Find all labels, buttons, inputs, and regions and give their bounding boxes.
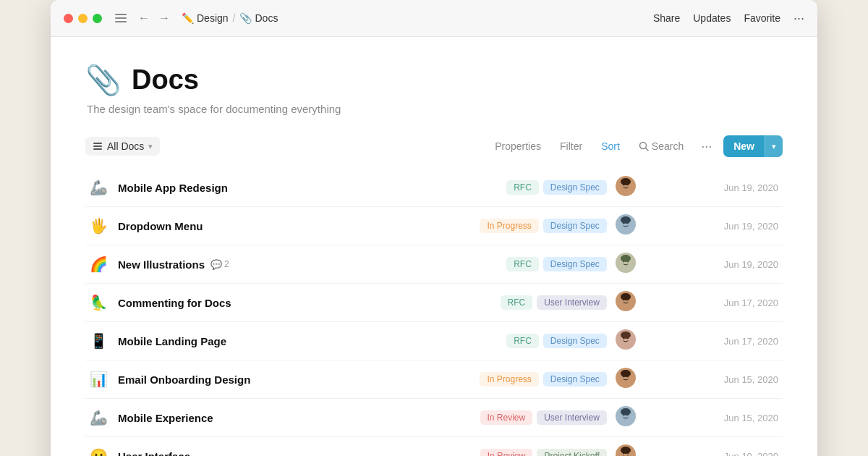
- status-badge: In Progress: [480, 372, 538, 387]
- doc-name: Mobile Experience: [118, 412, 419, 424]
- filter-button[interactable]: Filter: [554, 137, 588, 156]
- status-badge: In Review: [480, 410, 533, 425]
- doc-icon-cell: 🖐️: [85, 207, 114, 245]
- properties-button[interactable]: Properties: [489, 137, 547, 156]
- date-cell: Jun 10, 2020: [640, 437, 783, 457]
- table-row[interactable]: 🦾 Mobile Experience In Review User Inter…: [85, 399, 783, 437]
- doc-name-cell[interactable]: Mobile App Redesign: [114, 169, 423, 207]
- avatar-cell: [611, 284, 640, 322]
- table-row[interactable]: 🦜 Commenting for Docs RFC User Interview: [85, 284, 783, 322]
- comment-icon: 💬: [210, 259, 222, 270]
- doc-icon-cell: 📱: [85, 322, 114, 360]
- doc-emoji-icon: 📱: [90, 333, 109, 349]
- doc-name-cell[interactable]: Email Onboarding Design: [114, 360, 423, 399]
- doc-name-cell[interactable]: Mobile Landing Page: [114, 322, 423, 360]
- avatar: [616, 291, 636, 311]
- page-icon: 📎: [85, 63, 122, 97]
- svg-point-39: [621, 408, 631, 415]
- doc-date: Jun 19, 2020: [724, 221, 778, 232]
- doc-type-badge: Design Spec: [543, 372, 607, 387]
- svg-point-29: [621, 332, 631, 339]
- minimize-button[interactable]: [78, 14, 88, 23]
- close-button[interactable]: [64, 14, 73, 23]
- doc-emoji-icon: 😶: [90, 448, 109, 456]
- avatar: [616, 368, 636, 388]
- breadcrumb-separator: /: [233, 12, 236, 24]
- doc-name-cell[interactable]: Dropdown Menu: [114, 207, 423, 245]
- tags-cell: In Review Project Kickoff: [423, 437, 611, 457]
- docs-table: 🦾 Mobile App Redesign RFC Design Spec: [85, 169, 783, 456]
- doc-date: Jun 19, 2020: [724, 182, 778, 193]
- favorite-button[interactable]: Favorite: [744, 12, 780, 24]
- status-badge: RFC: [506, 257, 539, 271]
- titlebar: ← → ✏️ Design / 📎 Docs Share Updates Fav…: [51, 0, 817, 37]
- tags-cell: RFC Design Spec: [423, 322, 611, 360]
- search-icon: [639, 141, 649, 151]
- avatar-cell: [611, 360, 640, 399]
- doc-name-cell[interactable]: Commenting for Docs: [114, 284, 423, 322]
- tags-cell: In Progress Design Spec: [423, 207, 611, 245]
- doc-name: Dropdown Menu: [118, 220, 419, 232]
- status-badge: RFC: [506, 334, 539, 348]
- doc-type-badge: Design Spec: [543, 334, 607, 348]
- updates-button[interactable]: Updates: [693, 12, 731, 24]
- avatar-cell: [611, 169, 640, 207]
- forward-button[interactable]: →: [156, 10, 173, 26]
- toolbar-more-button[interactable]: ···: [697, 137, 716, 156]
- table-row[interactable]: 🌈 New Illustrations 💬 2 RFC Design Spec: [85, 245, 783, 284]
- date-cell: Jun 19, 2020: [640, 207, 783, 245]
- list-view-icon: [93, 141, 103, 151]
- breadcrumb-design-label: Design: [197, 12, 229, 24]
- search-label: Search: [652, 140, 684, 152]
- breadcrumb-design[interactable]: ✏️ Design: [182, 12, 229, 24]
- search-button[interactable]: Search: [633, 137, 689, 156]
- doc-name-cell[interactable]: New Illustrations 💬 2: [114, 245, 423, 284]
- table-row[interactable]: 🦾 Mobile App Redesign RFC Design Spec: [85, 169, 783, 207]
- back-button[interactable]: ←: [135, 10, 153, 26]
- maximize-button[interactable]: [93, 14, 102, 23]
- view-selector-button[interactable]: All Docs ▾: [85, 137, 160, 156]
- table-row[interactable]: 📱 Mobile Landing Page RFC Design Spec: [85, 322, 783, 360]
- avatar: [616, 329, 636, 350]
- doc-type-badge: Design Spec: [543, 219, 607, 233]
- doc-name: New Illustrations 💬 2: [118, 258, 419, 271]
- doc-emoji-icon: 🦾: [90, 410, 109, 426]
- avatar: [616, 253, 636, 273]
- date-cell: Jun 15, 2020: [640, 360, 783, 399]
- tags-cell: In Progress Design Spec: [423, 360, 611, 399]
- doc-name: Mobile App Redesign: [118, 182, 419, 194]
- more-options-button[interactable]: ···: [793, 11, 804, 26]
- tags-cell: RFC User Interview: [423, 284, 611, 322]
- nav-arrows: ← →: [135, 10, 173, 26]
- breadcrumb-docs[interactable]: 📎 Docs: [239, 12, 278, 24]
- svg-rect-1: [93, 145, 102, 147]
- sort-button[interactable]: Sort: [595, 137, 626, 156]
- comment-count: 💬 2: [210, 259, 229, 270]
- doc-emoji-icon: 📊: [90, 371, 109, 387]
- titlebar-actions: Share Updates Favorite ···: [653, 11, 804, 26]
- page-header: 📎 Docs The design team's space for docum…: [85, 63, 783, 115]
- doc-type-badge: User Interview: [537, 410, 607, 425]
- page-title-row: 📎 Docs: [85, 63, 783, 97]
- new-doc-button[interactable]: New: [723, 135, 765, 157]
- main-content: 📎 Docs The design team's space for docum…: [51, 37, 817, 456]
- date-cell: Jun 17, 2020: [640, 322, 783, 360]
- doc-name-cell[interactable]: Mobile Experience: [114, 399, 423, 437]
- status-badge: In Progress: [480, 219, 538, 233]
- status-badge: RFC: [501, 295, 533, 310]
- table-row[interactable]: 😶 User Interface In Review Project Kicko…: [85, 437, 783, 457]
- svg-point-9: [621, 178, 631, 185]
- doc-emoji-icon: 🦾: [90, 180, 109, 195]
- table-row[interactable]: 🖐️ Dropdown Menu In Progress Design Spec: [85, 207, 783, 245]
- menu-icon[interactable]: [115, 14, 127, 22]
- doc-type-badge: Design Spec: [543, 180, 607, 195]
- doc-name-cell[interactable]: User Interface: [114, 437, 423, 457]
- date-cell: Jun 19, 2020: [640, 245, 783, 284]
- share-button[interactable]: Share: [653, 12, 680, 24]
- date-cell: Jun 17, 2020: [640, 284, 783, 322]
- traffic-lights: [64, 14, 102, 23]
- new-doc-dropdown-button[interactable]: ▾: [765, 135, 783, 157]
- table-row[interactable]: 📊 Email Onboarding Design In Progress De…: [85, 360, 783, 399]
- app-window: ← → ✏️ Design / 📎 Docs Share Updates Fav…: [51, 0, 817, 456]
- avatar: [616, 214, 636, 235]
